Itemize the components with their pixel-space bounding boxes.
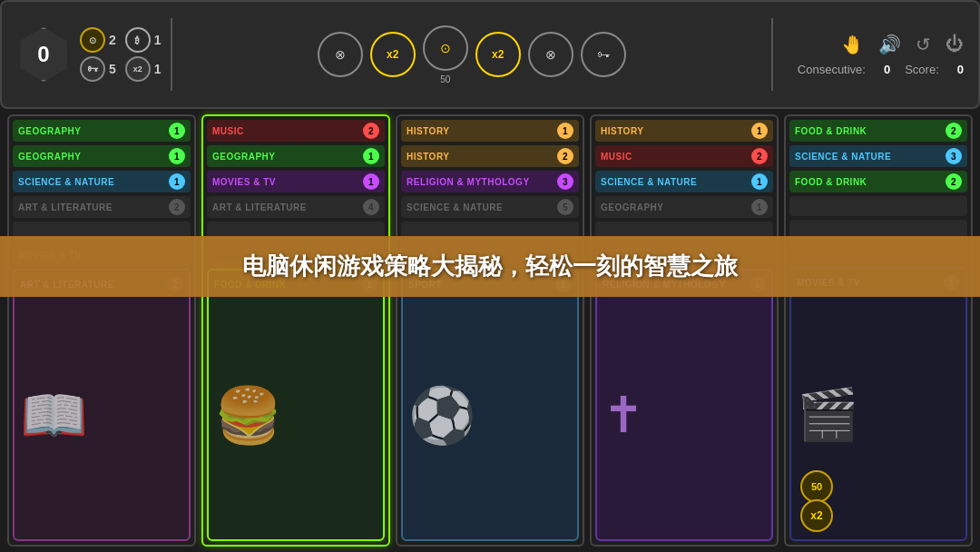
token-gold-count: 2 [109,33,116,47]
sport-icon: ⚽ [408,296,476,534]
cat-num: 1 [169,173,185,190]
cat-label: RELIGION & MYTHOLOGY [407,177,530,187]
cat-label: GEOGRAPHY [18,126,82,136]
cat-label: HISTORY [601,126,643,136]
card-column-2[interactable]: MUSIC 2 GEOGRAPHY 1 MOVIES & TV 1 ART & … [201,114,390,547]
powerup-circle-4: x2 [475,32,521,77]
cat-num: 2 [363,123,379,139]
cat-num: 1 [363,148,379,164]
food-icon: 🍔 [214,296,282,534]
powerup-6[interactable]: 🗝 [581,32,626,77]
cat-label: MUSIC [212,126,244,136]
token-key: 🗝 [80,56,105,82]
card-column-1[interactable]: GEOGRAPHY 1 GEOGRAPHY 1 SCIENCE & NATURE… [7,114,196,547]
big-card-movies[interactable]: MOVIES & TV 1 🎬 50 x2 [789,267,967,541]
hand-icon[interactable]: 🤚 [841,34,864,55]
cat-num: 1 [169,123,185,139]
big-card-religion[interactable]: RELIGION & MYTHOLOGY 1 ✝ [595,269,773,541]
powerup-5[interactable]: ⊗ [528,32,573,77]
token-row-1: ⊙ 2 ₿ 1 [80,27,162,53]
hud-bar: 0 ⊙ 2 ₿ 1 🗝 5 x2 1 ⊗ x2 [0,0,980,109]
powerup-4[interactable]: x2 [475,32,521,77]
cat-label: GEOGRAPHY [601,202,664,212]
cat-label: SCIENCE & NATURE [18,177,114,187]
cat-tag-food2: FOOD & DRINK 2 [789,171,967,192]
powerup-circle-2: x2 [370,32,416,77]
hud-divider-2 [771,18,773,91]
cat-num: 1 [751,173,768,190]
big-card-art[interactable]: ART & LITERATURE 2 📖 [13,269,191,541]
token-bitcoin: ₿ [125,27,151,53]
cat-num: 2 [751,148,768,164]
cat-label: MOVIES & TV [212,177,276,187]
powerup-circle-3: ⊙ [423,25,468,71]
cat-label: SCIENCE & NATURE [407,202,503,212]
cat-tag-science1: SCIENCE & NATURE 1 [13,171,191,192]
cat-tag-religion1: RELIGION & MYTHOLOGY 3 [401,171,579,192]
coin-badge-50: 50 [800,470,833,503]
score-label: Score: [905,63,939,76]
religion-icon: ✝ [603,296,644,534]
cat-num: 3 [557,173,573,190]
cat-num: 2 [557,148,573,164]
cat-num: 1 [363,173,379,190]
score-value: 0 [957,63,964,76]
cat-num: 3 [946,148,962,164]
powerup-1[interactable]: ⊗ [318,32,363,77]
cat-label: SCIENCE & NATURE [601,177,697,187]
hud-divider-1 [171,18,172,91]
token-gold: ⊙ [80,27,105,53]
cat-tag-geo2: GEOGRAPHY 1 [13,145,191,167]
card-column-5[interactable]: FOOD & DRINK 2 SCIENCE & NATURE 3 FOOD &… [784,114,973,547]
cat-num: 4 [363,199,379,215]
hud-icons: 🤚 🔊 ↺ ⏻ [841,34,964,55]
sound-icon[interactable]: 🔊 [878,34,901,55]
consecutive-value: 0 [884,63,890,76]
cat-tag-science4: SCIENCE & NATURE 3 [789,145,967,167]
powerup-circle-6: 🗝 [581,32,626,77]
token-key-count: 5 [109,62,116,76]
cat-num: 5 [557,199,573,215]
cat-label: FOOD & DRINK [795,177,867,187]
cat-num: 2 [946,173,962,190]
powerup-circle-1: ⊗ [318,32,363,77]
cat-tag-geo1: GEOGRAPHY 1 [13,120,191,142]
cat-tag-food1: FOOD & DRINK 2 [789,120,967,142]
powerup-3[interactable]: ⊙ 50 [423,25,468,84]
cat-num: 1 [557,123,573,139]
big-card-sport[interactable]: SPORT 1 ⚽ [401,269,579,541]
cat-label: SCIENCE & NATURE [795,152,891,162]
refresh-icon[interactable]: ↺ [916,34,931,55]
hud-stats: Consecutive: 0 Score: 0 [798,63,964,76]
hex-score-value: 0 [37,42,49,67]
overlay-text: 电脑休闲游戏策略大揭秘，轻松一刻的智慧之旅 [242,251,738,282]
overlay-banner: 电脑休闲游戏策略大揭秘，轻松一刻的智慧之旅 [0,236,980,297]
big-card-food[interactable]: FOOD & DRINK 1 🍔 [207,269,385,541]
card-column-3[interactable]: HISTORY 1 HISTORY 2 RELIGION & MYTHOLOGY… [396,114,584,547]
cat-tag-movies2: MOVIES & TV 1 [207,171,385,192]
cards-area: GEOGRAPHY 1 GEOGRAPHY 1 SCIENCE & NATURE… [0,109,980,552]
cat-tag-hist4: HISTORY 2 [401,145,579,167]
cat-label: HISTORY [407,126,449,136]
cat-label: GEOGRAPHY [18,152,82,162]
card-column-4[interactable]: HISTORY 1 MUSIC 2 SCIENCE & NATURE 1 GEO… [590,114,779,547]
cat-label: MUSIC [601,152,632,162]
cat-tag-science3: SCIENCE & NATURE 1 [595,171,773,192]
cat-label: HISTORY [407,152,449,162]
powerup-2[interactable]: x2 [370,32,416,77]
cat-tag-hist3: HISTORY 1 [401,120,579,142]
token-x2: x2 [125,56,151,82]
cat-tag-art1-dim: ART & LITERATURE 2 [13,196,191,218]
x2-badge-movies: x2 [800,499,833,532]
cat-label: ART & LITERATURE [212,202,307,212]
consecutive-label: Consecutive: [798,63,866,76]
power-icon[interactable]: ⏻ [946,34,964,54]
token-row-2: 🗝 5 x2 1 [80,56,162,82]
art-icon: 📖 [20,296,88,534]
cat-num: 2 [946,123,962,139]
cat-tag-science2-dim: SCIENCE & NATURE 5 [401,196,579,218]
token-x2-count: 1 [154,62,162,76]
cat-tag-geo4-dim: GEOGRAPHY 1 [595,196,773,218]
cat-num: 2 [169,199,185,215]
token-bitcoin-count: 1 [154,33,162,47]
